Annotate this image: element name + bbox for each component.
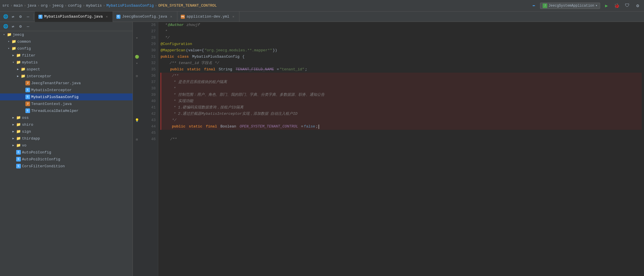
- code-line-29: @Configuration: [161, 41, 642, 47]
- const-44: OPEN_SYSTEM_TENANT_CONTROL: [240, 123, 298, 130]
- breadcrumb-method[interactable]: OPEN_SYSTEM_TENANT_CONTROL: [158, 3, 217, 8]
- top-toolbar: src › main › java › org › jeecg › config…: [0, 0, 644, 12]
- breadcrumb: src › main › java › org › jeecg › config…: [2, 3, 528, 8]
- sidebar-item-common[interactable]: ▾ 📁 common: [0, 38, 133, 45]
- ann-29: @Configuration: [161, 41, 192, 47]
- sidebar-item-config[interactable]: ▾ 📁 config: [0, 45, 133, 52]
- sidebar-item-vo[interactable]: ▶ 📁 vo: [0, 142, 133, 149]
- gutter-icon-42: [133, 111, 141, 117]
- breadcrumb-class[interactable]: MybatisPlusSaasConfig: [106, 3, 154, 8]
- tab-close-1[interactable]: ✕: [105, 14, 109, 19]
- expand-arrow-aspect: ▶: [16, 67, 20, 71]
- run-config-dropdown[interactable]: ▾: [595, 3, 598, 8]
- kw-final-35: final: [204, 66, 215, 73]
- sidebar-label-auto-poi-dict-config: AutoPoiDictConfig: [22, 157, 60, 162]
- tab-close-2[interactable]: ✕: [169, 14, 174, 19]
- sidebar-item-interceptor[interactable]: ▶ 📁 interceptor: [0, 73, 133, 80]
- sp-44a: [186, 123, 188, 130]
- breadcrumb-src[interactable]: src: [2, 3, 9, 8]
- ln-44: 44: [143, 123, 156, 130]
- breadcrumb-sep4: ›: [49, 3, 51, 8]
- code-lines[interactable]: * @Author zhoujf * */ @Configuration: [158, 22, 644, 276]
- sidebar-item-mybatis-plus-saas-config[interactable]: ▶ C MybatisPlusSaasConfig: [0, 93, 133, 100]
- sidebar-btn-1[interactable]: 🌐: [2, 23, 9, 30]
- minimize-icon[interactable]: —: [25, 14, 31, 20]
- sidebar-label-shiro: shiro: [22, 123, 33, 127]
- breadcrumb-sep3: ›: [37, 3, 40, 8]
- breadcrumb-org[interactable]: org: [41, 3, 47, 8]
- gutter-icon-30: [133, 47, 141, 54]
- coverage-button[interactable]: 🛡: [623, 2, 631, 10]
- const-35: TENANT_FIELD_NAME: [236, 66, 274, 73]
- sidebar-item-tenant-context[interactable]: ▶ J TenantContext.java: [0, 100, 133, 107]
- run-config[interactable]: J JeecgSystemApplication ▾: [540, 3, 600, 9]
- tab-close-3[interactable]: ✕: [231, 14, 236, 19]
- sidebar-item-mybatis-interceptor[interactable]: ▶ C MybatisInterceptor: [0, 87, 133, 93]
- sidebar-item-sign[interactable]: ▶ 📁 sign: [0, 128, 133, 135]
- tab-mybatis-plus-saas-config[interactable]: C MybatisPlusSaasConfig.java ✕: [35, 12, 113, 22]
- indent-46: [161, 136, 170, 142]
- breadcrumb-sep7: ›: [103, 3, 105, 8]
- code-editor[interactable]: ▾ 🟢 ▾ ⊟ 💡 ⊟ 26 27: [133, 22, 644, 276]
- file-icon-c-1: C: [25, 88, 30, 92]
- expand-arrow-config: ▾: [7, 47, 10, 50]
- ln-32: 32: [143, 60, 156, 66]
- code-line-37: * 是否开启系统模块的租户隔离: [161, 79, 642, 85]
- sidebar-label-aspect: aspect: [27, 67, 40, 72]
- navigate-back-btn[interactable]: ⬅: [530, 2, 538, 10]
- sidebar-item-thread-local[interactable]: ▶ C ThreadLocalDataHelper: [0, 107, 133, 114]
- gutter-icon-29: [133, 41, 141, 47]
- tab-c-icon-1: C: [38, 15, 42, 19]
- sidebar-toolbar: 🌐 ⇌ ⚙ —: [0, 22, 133, 31]
- tab-application-dev-yml[interactable]: YML application-dev.yml ✕: [177, 12, 239, 22]
- sidebar-item-aspect[interactable]: ▶ 📁 aspect: [0, 66, 133, 73]
- str-30: "org.jeecg.modules.**.mapper*": [204, 47, 272, 54]
- folder-icon-common: 📁: [12, 39, 16, 44]
- sidebar-item-thirdapp[interactable]: ▶ 📁 thirdapp: [0, 135, 133, 142]
- cmt-27: *: [161, 28, 167, 35]
- gutter-icon-41: [133, 104, 141, 111]
- toolbar-right: ⬅ J JeecgSystemApplication ▾ ▶ 🐞 🛡 ⚙: [530, 2, 642, 10]
- run-button[interactable]: ▶: [602, 2, 611, 10]
- code-line-28: */: [161, 35, 642, 41]
- sidebar-item-shiro[interactable]: ▶ 📁 shiro: [0, 121, 133, 128]
- breadcrumb-jeecg[interactable]: jeecg: [52, 3, 64, 8]
- breadcrumb-main[interactable]: main: [14, 3, 23, 8]
- debug-button[interactable]: 🐞: [613, 2, 621, 10]
- code-line-38: *: [161, 85, 642, 92]
- sidebar-item-filter[interactable]: ▶ 📁 filter: [0, 52, 133, 59]
- file-icon-j-1: J: [25, 81, 30, 85]
- breadcrumb-mybatis[interactable]: mybatis: [86, 3, 102, 8]
- expand-arrow-common: ▾: [7, 40, 10, 43]
- expand-arrow-vo: ▶: [12, 144, 15, 147]
- more-button[interactable]: ⚙: [634, 2, 642, 10]
- folder-icon-jeecg: 📁: [7, 32, 12, 37]
- gutter-icons: ▾ 🟢 ▾ ⊟ 💡 ⊟: [133, 22, 141, 276]
- breadcrumb-sep1: ›: [10, 3, 12, 8]
- code-line-26: * @Author zhoujf: [161, 22, 642, 28]
- settings-icon[interactable]: ⚙: [17, 14, 24, 20]
- gutter-icon-27: [133, 28, 141, 35]
- sidebar-btn-4[interactable]: —: [25, 23, 31, 30]
- tab-bar: 🌐 ⇌ ⚙ — C MybatisPlusSaasConfig.java ✕ C…: [0, 12, 644, 22]
- globe-icon[interactable]: 🌐: [2, 14, 9, 20]
- sidebar-btn-3[interactable]: ⚙: [17, 23, 24, 30]
- split-icon[interactable]: ⇌: [10, 14, 16, 20]
- breadcrumb-java[interactable]: java: [27, 3, 36, 8]
- run-config-label: JeecgSystemApplication: [548, 4, 594, 8]
- sidebar-item-auto-poi-config[interactable]: ▶ C AutoPoiConfig: [0, 149, 133, 156]
- sp-44d: [237, 123, 239, 130]
- sidebar-item-oss[interactable]: ▶ 📁 oss: [0, 114, 133, 121]
- sidebar-item-jeecg-tenant-parser[interactable]: ▶ J JeecgTenantParser.java: [0, 80, 133, 87]
- sidebar-btn-2[interactable]: ⇌: [10, 23, 16, 30]
- sidebar-item-cors-filter-condition[interactable]: ▶ C CorsFilterCondition: [0, 163, 133, 170]
- kw-public-35: public: [170, 66, 184, 73]
- sidebar-item-auto-poi-dict-config[interactable]: ▶ C AutoPoiDictConfig: [0, 156, 133, 163]
- sidebar-item-mybatis[interactable]: ▾ 📁 mybatis: [0, 59, 133, 66]
- tab-jeecg-base-config[interactable]: C JeecgBaseConfig.java ✕: [113, 12, 177, 22]
- sidebar-label-thirdapp: thirdapp: [22, 136, 40, 141]
- tab-label-1: MybatisPlusSaasConfig.java: [44, 14, 103, 19]
- ln-38: 38: [143, 85, 156, 92]
- breadcrumb-config[interactable]: config: [68, 3, 81, 8]
- sidebar-item-jeecg[interactable]: ▾ 📁 jeecg: [0, 31, 133, 38]
